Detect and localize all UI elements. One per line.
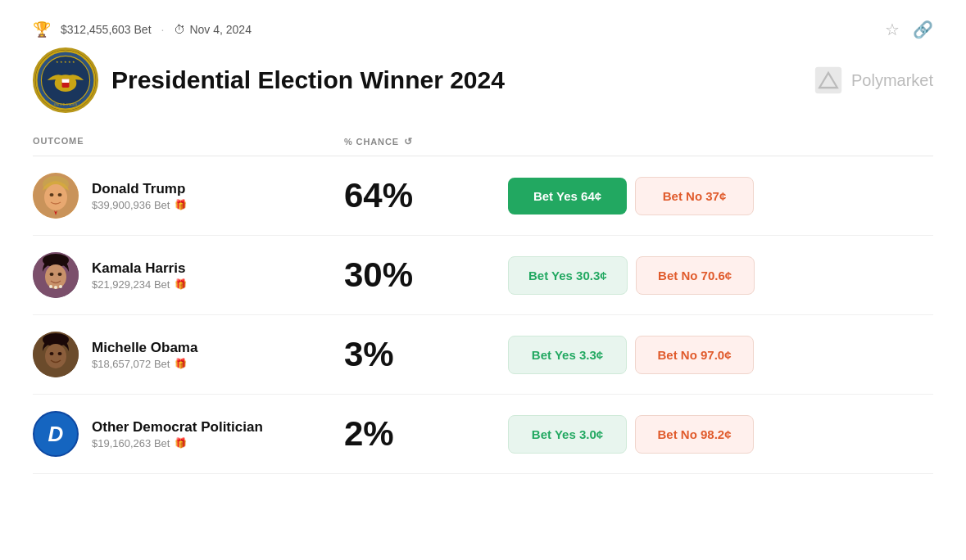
- page-title: Presidential Election Winner 2024: [111, 66, 505, 94]
- svg-point-13: [50, 193, 54, 196]
- svg-point-12: [44, 184, 67, 210]
- table-header: OUTCOME % CHANCE ↺: [33, 136, 933, 156]
- candidate-bet-other: $19,160,263 Bet 🎁: [92, 437, 263, 449]
- svg-point-26: [50, 352, 54, 355]
- bet-buttons-harris: Bet Yes 30.3¢ Bet No 70.6¢: [508, 256, 933, 295]
- avatar-harris: [33, 252, 79, 298]
- bet-no-button-other[interactable]: Bet No 98.2¢: [635, 415, 754, 454]
- candidate-bet-trump: $39,900,936 Bet 🎁: [92, 199, 187, 211]
- chance-pct-other: 2%: [344, 414, 508, 454]
- chance-pct-harris: 30%: [344, 255, 508, 295]
- presidential-seal: ★ ★ ★ ★ ★ UNITED STATES: [33, 47, 98, 113]
- polymarket-logo-icon: [814, 65, 843, 95]
- bet-yes-button-obama[interactable]: Bet Yes 3.3¢: [508, 336, 627, 374]
- chance-col-header: % CHANCE ↺: [344, 136, 508, 147]
- bet-yes-button-other[interactable]: Bet Yes 3.0¢: [508, 415, 627, 454]
- svg-point-22: [59, 285, 62, 288]
- candidate-name-block-other: Other Democrat Politician $19,160,263 Be…: [92, 419, 263, 449]
- link-icon[interactable]: 🔗: [913, 20, 933, 39]
- svg-point-21: [54, 286, 57, 289]
- trophy-icon: 🏆: [33, 20, 51, 38]
- gift-icon-other: 🎁: [175, 437, 187, 449]
- header-row: ★ ★ ★ ★ ★ UNITED STATES Presidential Ele…: [33, 47, 933, 113]
- top-bar-left: 🏆 $312,455,603 Bet · ⏱ Nov 4, 2024: [33, 20, 252, 38]
- bet-buttons-trump: Bet Yes 64¢ Bet No 37¢: [508, 177, 933, 215]
- bet-yes-button-harris[interactable]: Bet Yes 30.3¢: [508, 256, 628, 295]
- avatar-other-democrat: D: [33, 411, 79, 457]
- gift-icon-harris: 🎁: [175, 278, 187, 290]
- star-icon[interactable]: ☆: [885, 20, 900, 39]
- outcome-col-header: OUTCOME: [33, 136, 344, 147]
- candidate-name-block-harris: Kamala Harris $21,929,234 Bet 🎁: [92, 260, 187, 291]
- svg-text:UNITED STATES: UNITED STATES: [54, 103, 78, 106]
- top-bar-right: ☆ 🔗: [885, 20, 933, 39]
- candidate-name-other: Other Democrat Politician: [92, 419, 263, 436]
- bet-no-button-harris[interactable]: Bet No 70.6¢: [636, 256, 755, 295]
- candidate-bet-obama: $18,657,072 Bet 🎁: [92, 358, 197, 370]
- bet-buttons-other: Bet Yes 3.0¢ Bet No 98.2¢: [508, 415, 933, 454]
- candidate-name-block-obama: Michelle Obama $18,657,072 Bet 🎁: [92, 340, 197, 370]
- bet-col-header: [508, 136, 933, 147]
- candidate-info-trump: Donald Trump $39,900,936 Bet 🎁: [33, 173, 344, 219]
- svg-rect-4: [62, 79, 70, 83]
- svg-point-25: [45, 344, 66, 368]
- table-row: D Other Democrat Politician $19,160,263 …: [33, 395, 933, 474]
- date-text: Nov 4, 2024: [189, 23, 252, 36]
- candidate-info-other: D Other Democrat Politician $19,160,263 …: [33, 411, 344, 457]
- divider: ·: [161, 23, 165, 36]
- bet-no-button-trump[interactable]: Bet No 37¢: [635, 177, 754, 215]
- candidate-name-obama: Michelle Obama: [92, 340, 197, 356]
- avatar-obama: [33, 332, 79, 377]
- svg-point-14: [58, 193, 62, 196]
- candidate-info-harris: Kamala Harris $21,929,234 Bet 🎁: [33, 252, 344, 298]
- refresh-icon[interactable]: ↺: [404, 136, 413, 147]
- svg-point-27: [58, 352, 62, 355]
- svg-text:★ ★ ★ ★ ★: ★ ★ ★ ★ ★: [56, 60, 76, 64]
- clock-icon: ⏱: [174, 23, 185, 36]
- bet-buttons-obama: Bet Yes 3.3¢ Bet No 97.0¢: [508, 336, 933, 374]
- top-bar: 🏆 $312,455,603 Bet · ⏱ Nov 4, 2024 ☆ 🔗: [33, 20, 933, 39]
- candidate-name-block-trump: Donald Trump $39,900,936 Bet 🎁: [92, 181, 187, 211]
- bet-no-button-obama[interactable]: Bet No 97.0¢: [635, 336, 754, 374]
- polymarket-brand: Polymarket: [814, 65, 933, 95]
- svg-point-17: [45, 264, 66, 289]
- candidate-name-harris: Kamala Harris: [92, 260, 187, 277]
- date-info: ⏱ Nov 4, 2024: [174, 23, 252, 36]
- table-row: Michelle Obama $18,657,072 Bet 🎁 3% Bet …: [33, 315, 933, 395]
- polymarket-name: Polymarket: [851, 71, 933, 90]
- gift-icon-obama: 🎁: [175, 358, 187, 369]
- candidate-name-trump: Donald Trump: [92, 181, 187, 197]
- svg-point-19: [58, 273, 62, 276]
- chance-pct-obama: 3%: [344, 335, 508, 374]
- candidate-bet-harris: $21,929,234 Bet 🎁: [92, 278, 187, 291]
- bet-yes-button-trump[interactable]: Bet Yes 64¢: [508, 178, 627, 215]
- table-row: Donald Trump $39,900,936 Bet 🎁 64% Bet Y…: [33, 156, 933, 236]
- svg-point-18: [50, 273, 54, 276]
- table-row: Kamala Harris $21,929,234 Bet 🎁 30% Bet …: [33, 236, 933, 315]
- avatar-trump: [33, 173, 79, 219]
- total-bet-amount: $312,455,603 Bet: [61, 23, 152, 36]
- candidate-info-obama: Michelle Obama $18,657,072 Bet 🎁: [33, 332, 344, 377]
- header-left: ★ ★ ★ ★ ★ UNITED STATES Presidential Ele…: [33, 47, 505, 113]
- chance-pct-trump: 64%: [344, 176, 508, 215]
- svg-point-20: [49, 285, 52, 288]
- svg-rect-7: [815, 67, 841, 93]
- gift-icon-trump: 🎁: [175, 199, 187, 210]
